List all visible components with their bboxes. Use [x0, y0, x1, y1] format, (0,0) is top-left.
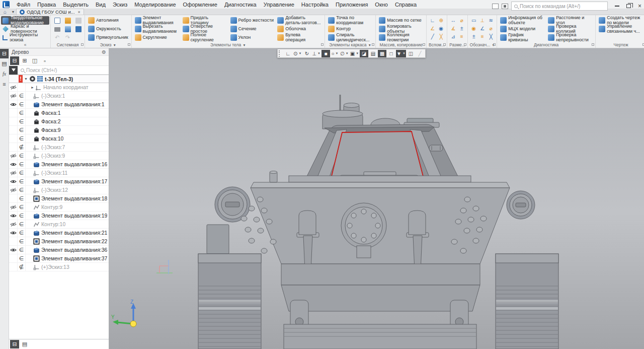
system-floppy-icon[interactable]	[73, 25, 83, 33]
include-flag-icon[interactable]: ∈	[18, 246, 26, 254]
ribbon-button[interactable]: Уклон	[229, 33, 276, 42]
tool-icon[interactable]: ◉	[469, 24, 478, 32]
tree-relations-icon[interactable]: ◫	[30, 56, 39, 65]
modes-collapse[interactable]: «	[0, 42, 50, 48]
visibility-on-icon[interactable]	[9, 100, 18, 108]
tree-item[interactable]: ∈Контур:9	[9, 203, 109, 212]
dropdown-caret-icon[interactable]: ▼	[356, 52, 359, 55]
include-flag-icon[interactable]: ∈	[18, 126, 26, 134]
tree-item[interactable]: ∉(-)Эскиз:7	[9, 143, 109, 152]
gear-icon[interactable]: ⚙	[102, 49, 106, 55]
tool-icon[interactable]: ∠	[428, 24, 437, 32]
tree-root-item[interactable]: !▼t-34 (Тел-3)	[9, 75, 109, 83]
visibility-off-icon[interactable]	[9, 92, 18, 100]
home-dropdown-icon[interactable]: ▼	[10, 9, 16, 15]
tree-panel-icon[interactable]: ⊟	[0, 49, 9, 58]
ribbon-button[interactable]: Автолиния	[87, 16, 130, 25]
spec-panel-icon[interactable]: ▤	[0, 59, 9, 68]
screenshot-icon[interactable]	[502, 4, 508, 9]
tank-lower-hull[interactable]	[281, 264, 480, 285]
tree-item[interactable]: ∈Фаска:2	[9, 117, 109, 126]
ribbon-button[interactable]: Спираль цилиндрическ...	[327, 33, 374, 42]
sheet-icon[interactable]: □	[387, 50, 395, 57]
tree-item[interactable]: ∈Элемент выдавливания:36	[9, 246, 109, 254]
visibility-off-icon[interactable]	[9, 169, 18, 177]
dropdown-caret-icon[interactable]: ▼	[403, 52, 406, 55]
ribbon-button[interactable]: Сечение	[229, 25, 276, 33]
include-flag-icon[interactable]: ∈	[18, 109, 26, 117]
system-redo-icon[interactable]: ↷	[63, 33, 72, 42]
tool-icon[interactable]: ↔	[449, 16, 457, 24]
include-flag-icon[interactable]: ∈	[18, 177, 26, 185]
workspace-icon[interactable]: ◫	[407, 50, 415, 57]
system-folder-icon[interactable]	[63, 16, 72, 25]
home-icon[interactable]: ⌂	[0, 9, 10, 15]
tool-icon[interactable]: ∟	[428, 16, 437, 24]
visibility-on-icon[interactable]	[9, 229, 18, 237]
tank-fender-post[interactable]	[270, 171, 277, 183]
dropdown-caret-icon[interactable]: ▼	[298, 52, 301, 55]
dropdown-caret-icon[interactable]: ▼	[346, 52, 349, 55]
system-bluedoc-icon[interactable]	[63, 25, 72, 33]
tank-bottom-plate[interactable]	[284, 324, 476, 349]
section-dropdown-icon[interactable]: ▼	[113, 43, 116, 47]
menu-item[interactable]: Настройка	[298, 1, 332, 9]
tank-model[interactable]: Z Y	[109, 48, 644, 349]
menu-item[interactable]: Диагностика	[221, 1, 260, 9]
tank-stowage-box[interactable]	[207, 225, 229, 254]
ribbon-button[interactable]: Коллекция геометрии	[377, 33, 425, 42]
restore-button[interactable]	[626, 4, 631, 8]
include-flag-icon[interactable]: ∈	[18, 237, 26, 245]
ribbon-button[interactable]: Вырезать выдавливанием	[133, 25, 181, 33]
menu-item[interactable]: Выделить	[59, 1, 92, 9]
tree-item[interactable]: ∈(-)Эскиз:11	[9, 169, 109, 177]
dialog-launcher-icon[interactable]	[493, 43, 496, 46]
clipboard-icon[interactable]: ▤	[369, 50, 377, 57]
ribbon-button[interactable]: Полное скругление	[181, 33, 228, 42]
menu-panel-icon[interactable]: ≡	[0, 79, 9, 89]
tree-item[interactable]: ∈Элемент выдавливания:37	[9, 254, 109, 263]
tool-icon[interactable]: ≋	[487, 16, 495, 24]
ribbon-button[interactable]: Окружность	[87, 25, 130, 33]
tank-turret-handle[interactable]	[429, 145, 443, 151]
menu-item[interactable]: Вид	[92, 1, 109, 9]
include-flag-icon[interactable]: ∈	[18, 100, 26, 108]
tool-icon[interactable]: ⊕	[437, 16, 445, 24]
include-flag-icon[interactable]: ∈	[18, 186, 26, 194]
tree-item[interactable]: ∈Элемент выдавливания:21	[9, 229, 109, 237]
visibility-off-icon[interactable]	[9, 186, 18, 194]
orbit-icon[interactable]: ↻	[302, 50, 311, 57]
tree-item[interactable]: ∈Фаска:1	[9, 109, 109, 117]
tree-tab-icon[interactable]: ⊟	[10, 340, 19, 348]
tool-icon[interactable]: ∠	[478, 24, 487, 32]
menu-item[interactable]: Файл	[13, 1, 34, 9]
tree-item[interactable]: ∈Элемент выдавливания:16	[9, 160, 109, 169]
include-flag-icon[interactable]: ∈	[18, 134, 26, 143]
system-off-icon[interactable]	[73, 16, 83, 25]
tree-search-placeholder[interactable]: Поиск (Ctrl+/)	[26, 67, 57, 73]
toolbar-grip[interactable]	[279, 50, 282, 57]
ribbon-button[interactable]: График кривизны	[499, 33, 546, 42]
filter-icon[interactable]: ▼▼	[396, 50, 406, 57]
zoom-icon[interactable]: ⊙▼	[293, 50, 302, 57]
menu-item[interactable]: Приложения	[332, 1, 371, 9]
parameters-tab-icon[interactable]: ▤	[20, 340, 29, 348]
dialog-launcher-icon[interactable]	[423, 43, 425, 46]
camera-icon[interactable]: ▣▼	[350, 50, 359, 57]
ribbon-button[interactable]: Управление связанными ч...	[597, 25, 644, 33]
tool-icon[interactable]: ±	[457, 24, 466, 32]
ribbon-button[interactable]: Ребро жесткости	[229, 16, 276, 25]
tank-track-left[interactable]	[198, 254, 261, 349]
tree-select-icon[interactable]: ▫	[40, 56, 49, 65]
tree-filter-icon[interactable]	[9, 66, 18, 75]
tree-item[interactable]: ∈Элемент выдавливания:22	[9, 237, 109, 246]
tool-icon[interactable]: ±	[469, 32, 478, 40]
app-logo-icon[interactable]	[3, 1, 10, 8]
include-flag-icon[interactable]: ∈	[18, 212, 26, 220]
tree-item[interactable]: ∈Элемент выдавливания:18	[9, 194, 109, 203]
include-flag-icon[interactable]: ∈	[18, 229, 26, 237]
tree-item[interactable]: ∈Фаска:9	[9, 126, 109, 134]
tool-icon[interactable]: ∡	[449, 24, 457, 32]
tank-hull-roof[interactable]	[289, 176, 471, 182]
visibility-off-icon[interactable]	[9, 203, 18, 211]
